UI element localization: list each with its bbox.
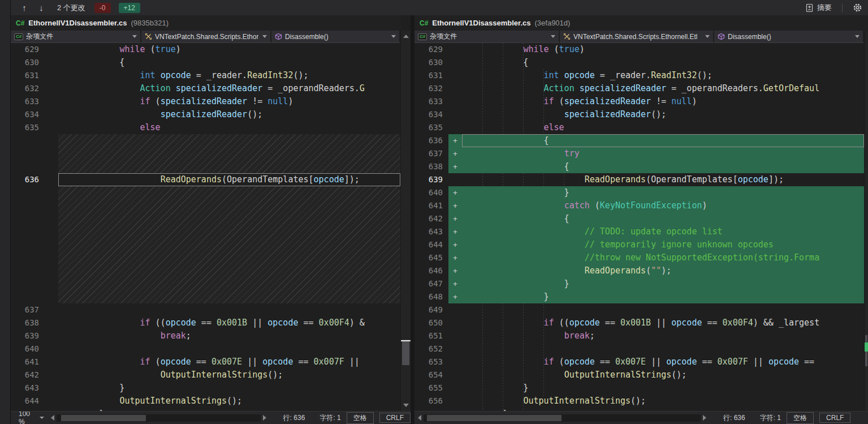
code-line[interactable]: 651 break; — [414, 329, 864, 342]
line-number[interactable]: 654 — [414, 369, 448, 382]
line-number[interactable]: 638 — [11, 316, 45, 329]
scroll-down-arrow-icon[interactable] — [403, 404, 409, 407]
line-number[interactable]: 638 — [414, 160, 448, 173]
line-number[interactable]: 646 — [414, 264, 448, 277]
line-number[interactable]: 629 — [11, 43, 45, 56]
column-indicator[interactable]: 字符: 1 — [319, 413, 340, 423]
left-hscrollbar-thumb[interactable] — [61, 415, 146, 421]
line-number[interactable]: 641 — [11, 356, 45, 369]
line-number[interactable]: 632 — [414, 82, 448, 95]
code-line[interactable]: 631 int opcode = _reader.ReadInt32(); — [11, 69, 400, 82]
code-line[interactable]: 633 if (specializedReader != null) — [414, 95, 864, 108]
code-line[interactable]: 638+ { — [414, 160, 864, 173]
scroll-left-arrow-icon[interactable] — [49, 415, 57, 421]
code-line[interactable]: 640+ } — [414, 186, 864, 199]
code-line[interactable]: 634 specializedReader(); — [11, 108, 400, 121]
right-hscrollbar-thumb[interactable] — [427, 415, 562, 421]
code-line[interactable]: 642 OutputInternalStrings(); — [11, 369, 400, 382]
code-line[interactable]: 635 else — [11, 121, 400, 134]
line-number[interactable]: 639 — [414, 173, 448, 186]
line-number[interactable]: 630 — [414, 56, 448, 69]
code-line[interactable]: 639 ReadOperands(OperandTemplates[opcode… — [414, 173, 864, 186]
collapsed-side-panel[interactable] — [0, 0, 11, 424]
code-line[interactable]: 644+ // temporarily ignore unknown opcod… — [414, 238, 864, 251]
line-number[interactable]: 655 — [414, 382, 448, 395]
code-line[interactable]: 636 ReadOperands(OperandTemplates[opcode… — [11, 173, 400, 186]
code-line[interactable]: 641+ catch (KeyNotFoundException) — [414, 199, 864, 212]
line-number[interactable]: 636 — [11, 173, 45, 186]
code-line[interactable]: 636+ { — [414, 134, 864, 147]
line-number[interactable]: 643 — [414, 225, 448, 238]
code-line[interactable]: 647+ } — [414, 277, 864, 290]
line-number[interactable]: 637 — [414, 147, 448, 160]
summary-button[interactable]: 摘要 — [805, 3, 832, 13]
nav-dropdown-member[interactable]: Disassemble() — [271, 31, 400, 42]
zoom-level-select[interactable]: 100 % — [11, 411, 49, 424]
line-number[interactable]: 631 — [414, 69, 448, 82]
code-line[interactable]: 635 else — [414, 121, 864, 134]
line-ending-button[interactable]: CRLF — [819, 413, 850, 423]
line-number[interactable]: 635 — [11, 121, 45, 134]
code-line[interactable]: 643+ // TODO: update opcode list — [414, 225, 864, 238]
code-line[interactable]: 637+ try — [414, 147, 864, 160]
line-number[interactable]: 632 — [11, 82, 45, 95]
settings-gear-icon[interactable] — [853, 3, 862, 12]
code-line[interactable]: 642+ { — [414, 212, 864, 225]
code-line[interactable]: 638 if ((opcode == 0x001B || opcode == 0… — [11, 316, 400, 329]
left-horizontal-scrollbar[interactable] — [57, 414, 261, 422]
code-line[interactable]: 648+ } — [414, 290, 864, 303]
right-horizontal-scrollbar[interactable] — [424, 414, 701, 422]
line-number[interactable]: 649 — [414, 303, 448, 316]
code-line[interactable]: 629 while (true) — [11, 43, 400, 56]
code-line[interactable]: 630 { — [414, 56, 864, 69]
code-line[interactable]: 637 — [11, 303, 400, 316]
line-number[interactable]: 647 — [414, 277, 448, 290]
code-line[interactable]: 641 if (opcode == 0x007E || opcode == 0x… — [11, 356, 400, 369]
code-line[interactable]: 653 if (opcode == 0x007E || opcode == 0x… — [414, 356, 864, 369]
code-line[interactable]: 640 — [11, 342, 400, 356]
previous-change-button[interactable]: ↑ — [19, 3, 30, 12]
line-number[interactable]: 656 — [414, 395, 448, 408]
line-number[interactable]: 644 — [11, 395, 45, 408]
code-line[interactable]: 646+ ReadOperands(""); — [414, 264, 864, 277]
whitespace-mode-button[interactable]: 空格 — [787, 412, 814, 424]
nav-dropdown-type[interactable]: VNTextPatch.Shared.Scripts.Ethor — [141, 31, 271, 42]
column-indicator[interactable]: 字符: 1 — [760, 413, 781, 423]
code-line[interactable]: 652 — [414, 342, 864, 356]
nav-dropdown-type[interactable]: VNTextPatch.Shared.Scripts.Ethornell.Etl — [560, 31, 714, 42]
code-line[interactable]: 639 break; — [11, 329, 400, 342]
line-number[interactable]: 634 — [414, 108, 448, 121]
line-number[interactable]: 633 — [11, 95, 45, 108]
line-number[interactable]: 630 — [11, 56, 45, 69]
line-ending-button[interactable]: CRLF — [379, 413, 411, 423]
line-number[interactable]: 640 — [414, 186, 448, 199]
line-number[interactable]: 640 — [11, 342, 45, 356]
code-line[interactable]: 632 Action specializedReader = _operandR… — [11, 82, 400, 95]
code-line[interactable]: 649 — [414, 303, 864, 316]
right-code-editor[interactable]: 629 while (true)630 {631 int opcode = _r… — [414, 43, 864, 411]
code-line[interactable]: 630 { — [11, 56, 400, 69]
nav-dropdown-member[interactable]: Disassemble() — [714, 31, 864, 42]
code-line[interactable]: 632 Action specializedReader = _operandR… — [414, 82, 864, 95]
code-line[interactable]: 655 } — [414, 382, 864, 395]
line-indicator[interactable]: 行: 636 — [283, 413, 305, 423]
line-number[interactable]: 645 — [414, 251, 448, 264]
scroll-right-arrow-icon[interactable] — [701, 415, 709, 421]
code-line[interactable]: 631 int opcode = _reader.ReadInt32(); — [414, 69, 864, 82]
nav-dropdown-file-scope[interactable]: C#杂项文件 — [414, 31, 560, 42]
code-line[interactable]: 633 if (specializedReader != null) — [11, 95, 400, 108]
pane-splitter[interactable] — [411, 15, 414, 424]
line-number[interactable]: 639 — [11, 329, 45, 342]
line-number[interactable]: 635 — [414, 121, 448, 134]
line-number[interactable]: 633 — [414, 95, 448, 108]
left-code-editor[interactable]: 629 while (true)630 {631 int opcode = _r… — [11, 43, 400, 411]
code-line[interactable]: 645+ //throw new NotSupportedException(s… — [414, 251, 864, 264]
line-number[interactable]: 651 — [414, 329, 448, 342]
code-line[interactable]: 634 specializedReader(); — [414, 108, 864, 121]
scroll-left-arrow-icon[interactable] — [416, 415, 424, 421]
line-number[interactable]: 629 — [414, 43, 448, 56]
code-line[interactable]: 650 if ((opcode == 0x001B || opcode == 0… — [414, 316, 864, 329]
line-number[interactable]: 648 — [414, 290, 448, 303]
code-line[interactable]: 656 OutputInternalStrings(); — [414, 395, 864, 408]
line-indicator[interactable]: 行: 636 — [723, 413, 745, 423]
